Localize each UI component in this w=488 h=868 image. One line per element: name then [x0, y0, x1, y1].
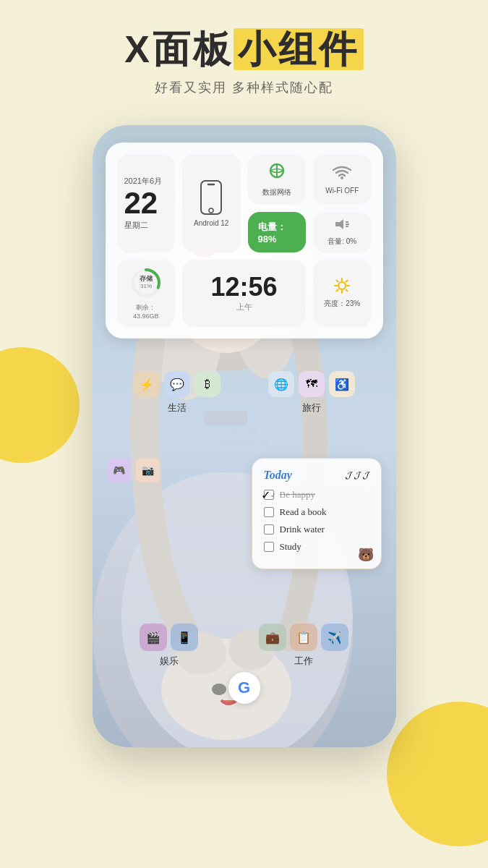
svg-text:存储: 存储: [139, 275, 153, 282]
volume-icon: [334, 218, 350, 234]
todo-title: Today: [264, 469, 292, 482]
storage-remaining: 剩余：43.96GB: [124, 303, 168, 320]
svg-line-29: [337, 281, 338, 282]
bottom-google[interactable]: G: [228, 672, 260, 704]
svg-line-30: [346, 290, 348, 292]
mid-icon-2[interactable]: 📷: [136, 458, 160, 482]
brightness-icon: [334, 278, 350, 297]
todo-checkbox-4[interactable]: [264, 542, 274, 552]
cell-android[interactable]: Android 12: [182, 154, 241, 252]
bottom-app-row: 🎬 📱 娱乐 💼 📋 ✈️ 工作: [110, 624, 379, 668]
title-prefix: X面板: [124, 28, 234, 70]
todo-widget: Today 𝓙 𝓙 𝓙 ✓ Be happy Read a book: [252, 458, 382, 569]
cell-clock[interactable]: 12:56 上午: [182, 260, 306, 327]
todo-header: Today 𝓙 𝓙 𝓙: [264, 469, 369, 482]
svg-point-24: [338, 282, 346, 289]
app-icon-5[interactable]: 🗺: [299, 371, 325, 397]
app-icons-life: ⚡ 💬 ₿: [134, 371, 221, 397]
phone-mockup: KK下载 www.kkkk.net 2021年6月 22 星期二: [93, 125, 396, 747]
storage-ring: 存储 31%: [130, 267, 162, 299]
network-label: 数据网络: [262, 187, 291, 197]
entertainment-icons: 🎬 📱: [140, 624, 198, 651]
date-day: 22: [124, 188, 158, 218]
app-icon-work-1[interactable]: 💼: [259, 624, 286, 651]
cell-brightness[interactable]: 亮度：23%: [313, 260, 372, 327]
todo-text-1: Be happy: [280, 489, 315, 501]
app-icons-travel: 🌐 🗺 ♿: [268, 371, 355, 397]
app-label-life: 生活: [168, 401, 187, 414]
brightness-label: 亮度：23%: [324, 299, 360, 309]
app-icon-work-2[interactable]: 📋: [290, 624, 317, 651]
battery-text: 电量：98%: [258, 221, 296, 244]
wifi-label: Wi-Fi OFF: [325, 187, 359, 195]
clock-ampm: 上午: [236, 302, 252, 312]
volume-label: 音量: 0%: [328, 237, 356, 247]
svg-line-32: [346, 281, 348, 282]
app-label-entertainment: 娱乐: [160, 655, 179, 668]
svg-line-31: [337, 290, 338, 292]
cell-date[interactable]: 2021年6月 22 星期二: [117, 154, 176, 252]
main-title: X面板小组件: [124, 29, 364, 70]
android-phone-icon: [200, 179, 223, 217]
todo-item-2[interactable]: Read a book: [264, 506, 369, 518]
app-icon-work-3[interactable]: ✈️: [321, 624, 348, 651]
todo-text-2: Read a book: [280, 506, 327, 518]
google-icon[interactable]: G: [228, 672, 260, 704]
app-group-travel: 🌐 🗺 ♿ 旅行: [268, 371, 355, 414]
app-icon-6[interactable]: ♿: [329, 371, 355, 397]
todo-text-3: Drink water: [280, 524, 325, 535]
todo-dec-3: 𝓙: [363, 469, 369, 481]
wifi-icon: [333, 165, 351, 184]
work-icons: 💼 📋 ✈️: [259, 624, 348, 651]
todo-dec-1: 𝓙: [346, 469, 352, 481]
cell-storage[interactable]: 存储 31% 剩余：43.96GB: [117, 260, 176, 327]
todo-item-4[interactable]: Study: [264, 541, 369, 553]
todo-checkbox-1[interactable]: ✓: [264, 490, 274, 500]
app-group-entertainment: 🎬 📱 娱乐: [140, 624, 198, 668]
svg-point-10: [212, 684, 226, 695]
todo-checkbox-3[interactable]: [264, 524, 274, 535]
app-row-1: ⚡ 💬 ₿ 生活 🌐 🗺 ♿ 旅行: [110, 371, 379, 414]
subtitle: 好看又实用 多种样式随心配: [22, 79, 466, 96]
title-highlight: 小组件: [234, 28, 364, 70]
header: X面板小组件 好看又实用 多种样式随心配: [0, 0, 488, 111]
mid-icon-1[interactable]: 🎮: [107, 458, 132, 482]
app-icon-4[interactable]: 🌐: [268, 371, 294, 397]
network-icon: [267, 161, 286, 184]
mid-icons-row: 🎮 📷: [107, 458, 160, 482]
svg-marker-17: [335, 219, 343, 229]
app-icon-1[interactable]: ⚡: [134, 371, 160, 397]
todo-item-1[interactable]: ✓ Be happy: [264, 489, 369, 501]
android-label: Android 12: [194, 219, 228, 227]
svg-point-16: [341, 176, 343, 179]
svg-rect-21: [201, 181, 221, 214]
google-label: G: [238, 678, 250, 697]
cell-battery[interactable]: 电量：98%: [248, 212, 307, 252]
widget-grid: 2021年6月 22 星期二 数据网络: [117, 154, 372, 327]
app-icon-ent-1[interactable]: 🎬: [140, 624, 167, 651]
cell-volume[interactable]: 音量: 0%: [313, 212, 372, 252]
todo-checkbox-2[interactable]: [264, 507, 274, 517]
app-group-work: 💼 📋 ✈️ 工作: [259, 624, 348, 668]
app-icon-3[interactable]: ₿: [194, 371, 221, 397]
todo-decorations: 𝓙 𝓙 𝓙: [346, 469, 369, 481]
date-weekday: 星期二: [124, 220, 148, 231]
app-label-work: 工作: [294, 655, 313, 668]
cell-network[interactable]: 数据网络: [248, 154, 307, 205]
svg-text:31%: 31%: [140, 283, 152, 289]
todo-dec-2: 𝓙: [354, 469, 361, 481]
app-group-life: ⚡ 💬 ₿ 生活: [134, 371, 221, 414]
app-icon-ent-2[interactable]: 📱: [171, 624, 198, 651]
cell-wifi[interactable]: Wi-Fi OFF: [313, 154, 372, 205]
todo-text-4: Study: [280, 541, 301, 553]
date-year-month: 2021年6月: [124, 176, 163, 187]
todo-bear-icon: 🐻: [358, 547, 374, 563]
svg-point-23: [209, 208, 213, 213]
clock-time: 12:56: [210, 274, 277, 300]
app-label-travel: 旅行: [302, 401, 321, 414]
app-icon-2[interactable]: 💬: [164, 371, 190, 397]
todo-item-3[interactable]: Drink water: [264, 524, 369, 535]
phone-area: KK下载 www.kkkk.net 2021年6月 22 星期二: [0, 125, 488, 747]
widget-card: 2021年6月 22 星期二 数据网络: [106, 142, 383, 339]
